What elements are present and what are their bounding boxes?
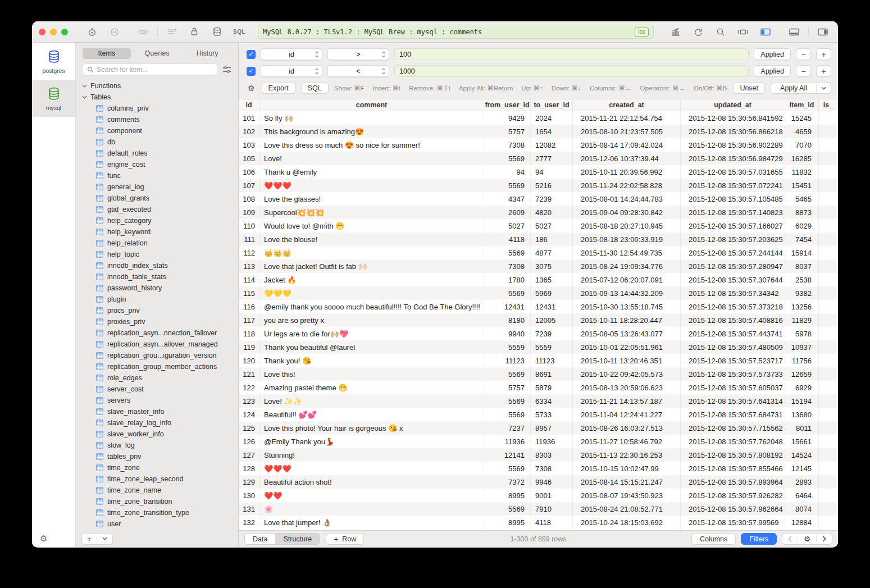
- cell-id[interactable]: 125: [239, 421, 259, 435]
- chart-icon[interactable]: [667, 26, 684, 38]
- cell-item_id[interactable]: 8074: [785, 502, 819, 516]
- column-header-from-user-id[interactable]: from_user_id: [484, 99, 531, 111]
- sidebar-table-item[interactable]: time_zone_transition_type: [76, 507, 238, 518]
- sidebar-left-icon[interactable]: [757, 26, 774, 38]
- cell-item_id[interactable]: 15245: [785, 111, 819, 125]
- cell-item_id[interactable]: 2893: [785, 475, 819, 489]
- cell-id[interactable]: 115: [239, 286, 259, 300]
- cell-to_user_id[interactable]: 2024: [531, 111, 573, 125]
- cell-updated_at[interactable]: 2015-12-08 15:30:57.926282: [681, 489, 785, 502]
- cell-to_user_id[interactable]: 5027: [531, 219, 573, 233]
- cell-updated_at[interactable]: 2015-12-08 15:30:57.573733: [681, 367, 785, 381]
- cell-to_user_id[interactable]: 4877: [531, 246, 573, 259]
- chevron-down-icon[interactable]: [82, 95, 87, 99]
- cell-comment[interactable]: @emily thank you soooo much beautiful!!!…: [259, 300, 484, 313]
- cell-updated_at[interactable]: 2015-12-08 15:30:57.203625: [681, 233, 785, 246]
- cell-created_at[interactable]: 2015-08-24 19:09:34.776: [573, 259, 681, 273]
- sidebar-table-item[interactable]: user: [76, 518, 238, 530]
- sidebar-table-item[interactable]: slave_worker_info: [76, 429, 238, 440]
- cell-comment[interactable]: Love the blouse!: [259, 233, 484, 246]
- table-row[interactable]: 131🌸556979102015-08-24 21:08:52.7712015-…: [239, 502, 838, 516]
- table-row[interactable]: 106Thank u @emily94942015-10-11 20:39:56…: [239, 165, 838, 179]
- cell-is_[interactable]: [819, 300, 838, 313]
- cell-item_id[interactable]: 15914: [785, 246, 819, 259]
- cell-is_[interactable]: [819, 125, 838, 138]
- cell-comment[interactable]: Ur legs are to die for🙌🏼💖: [259, 327, 484, 340]
- list-up-icon[interactable]: [163, 26, 180, 38]
- sidebar-table-item[interactable]: help_keyword: [76, 226, 238, 238]
- cell-item_id[interactable]: 9382: [785, 286, 819, 300]
- cell-is_[interactable]: [819, 246, 838, 259]
- cell-to_user_id[interactable]: 1654: [531, 125, 573, 138]
- cell-created_at[interactable]: 2015-11-30 12:54:49.735: [573, 246, 681, 259]
- tab-items[interactable]: Items: [83, 48, 131, 59]
- sidebar-table-item[interactable]: innodb_index_stats: [76, 260, 238, 271]
- cell-item_id[interactable]: 8037: [785, 259, 819, 273]
- sidebar-table-item[interactable]: replication_asyn...ailover_managed: [76, 339, 238, 350]
- cell-id[interactable]: 120: [239, 354, 259, 367]
- cell-to_user_id[interactable]: 8303: [531, 448, 573, 462]
- cell-created_at[interactable]: 2015-07-12 06:20:07.091: [573, 273, 681, 286]
- table-frame-icon[interactable]: [735, 26, 751, 38]
- sql-preview-button[interactable]: SQL: [301, 82, 329, 94]
- cell-id[interactable]: 128: [239, 462, 259, 475]
- cell-to_user_id[interactable]: 7308: [531, 462, 573, 475]
- filter-value-input[interactable]: [394, 65, 749, 77]
- search-icon[interactable]: [712, 26, 729, 38]
- sliders-icon[interactable]: [222, 66, 231, 74]
- cell-item_id[interactable]: 2538: [785, 273, 819, 286]
- table-row[interactable]: 112👑👑👑556948772015-11-30 12:54:49.735201…: [239, 246, 838, 259]
- sidebar-table-item[interactable]: time_zone: [76, 462, 238, 473]
- cell-id[interactable]: 105: [239, 152, 259, 165]
- sidebar-table-item[interactable]: component: [76, 125, 238, 136]
- cell-is_[interactable]: [819, 259, 838, 273]
- cell-to_user_id[interactable]: 4820: [531, 206, 573, 219]
- chevron-down-icon[interactable]: [82, 84, 87, 88]
- cell-updated_at[interactable]: 2015-12-08 15:30:57.684731: [681, 408, 785, 421]
- cell-item_id[interactable]: 12884: [785, 516, 819, 529]
- remove-filter-button[interactable]: −: [796, 48, 811, 60]
- cell-is_[interactable]: [819, 206, 838, 219]
- cell-comment[interactable]: Thank you beautiful @laurel: [259, 340, 484, 354]
- cell-from_user_id[interactable]: 5569: [484, 394, 531, 408]
- cell-comment[interactable]: 🌸: [259, 502, 484, 516]
- cell-is_[interactable]: [819, 435, 838, 448]
- cell-from_user_id[interactable]: 5569: [484, 462, 531, 475]
- cell-created_at[interactable]: 2015-10-11 20:39:56.992: [573, 165, 681, 179]
- sidebar-table-item[interactable]: slave_relay_log_info: [76, 417, 238, 429]
- table-row[interactable]: 113Love that jacket! Outfit is fab 🙌🏻730…: [239, 259, 838, 273]
- cell-item_id[interactable]: 5465: [785, 192, 819, 206]
- cell-comment[interactable]: Love this photo! Your hair is gorgeous 😘…: [259, 421, 484, 435]
- cell-from_user_id[interactable]: 5569: [484, 502, 531, 516]
- cell-id[interactable]: 119: [239, 340, 259, 354]
- cell-is_[interactable]: [819, 408, 838, 421]
- sidebar-table-item[interactable]: help_relation: [76, 238, 238, 249]
- cell-to_user_id[interactable]: 9001: [531, 489, 573, 502]
- cell-created_at[interactable]: 2015-10-01 22:05:51.961: [573, 340, 681, 354]
- cell-comment[interactable]: @Emily Thank you💃: [259, 435, 484, 448]
- cell-comment[interactable]: Love the glasses!: [259, 192, 484, 206]
- cell-comment[interactable]: Love that jacket! Outfit is fab 🙌🏻: [259, 259, 484, 273]
- unset-button[interactable]: Unset: [733, 82, 765, 94]
- cell-comment[interactable]: Love this dress so much 😍 so nice for su…: [259, 138, 484, 152]
- sidebar-table-item[interactable]: proxies_priv: [76, 316, 238, 327]
- cell-id[interactable]: 132: [239, 516, 259, 529]
- cell-from_user_id[interactable]: 8995: [484, 516, 531, 529]
- cell-is_[interactable]: [819, 394, 838, 408]
- sidebar-table-item[interactable]: replication_group_member_actions: [76, 361, 238, 372]
- add-item-menu-button[interactable]: [97, 534, 112, 544]
- cell-updated_at[interactable]: 2015-12-08 15:30:57.140823: [681, 206, 785, 219]
- export-button[interactable]: Export: [262, 82, 295, 94]
- sidebar-table-item[interactable]: columns_priv: [76, 103, 238, 114]
- cell-from_user_id[interactable]: 5559: [484, 340, 531, 354]
- sidebar-table-item[interactable]: help_topic: [76, 249, 238, 260]
- cell-updated_at[interactable]: 2015-12-08 15:30:56.984729: [681, 152, 785, 165]
- sidebar-table-item[interactable]: global_grants: [76, 193, 238, 204]
- cell-created_at[interactable]: 2015-08-13 20:59:06.623: [573, 381, 681, 394]
- cell-to_user_id[interactable]: 6334: [531, 394, 573, 408]
- cell-updated_at[interactable]: 2015-12-08 15:30:57.855466: [681, 462, 785, 475]
- table-row[interactable]: 123Love! ✨✨556963342015-11-21 14:13:57.1…: [239, 394, 838, 408]
- cell-from_user_id[interactable]: 5757: [484, 381, 531, 394]
- tab-structure[interactable]: Structure: [275, 534, 320, 544]
- cancel-icon[interactable]: [106, 26, 123, 38]
